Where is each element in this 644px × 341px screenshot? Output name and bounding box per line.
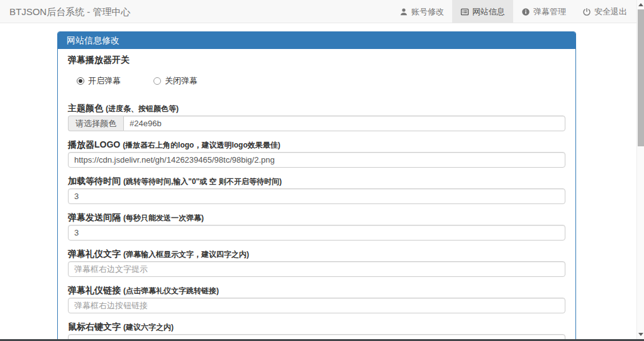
field-label: 播放器LOGO (播放器右上角的logo，建议透明logo效果最佳) <box>68 139 565 150</box>
field-theme-color: 主题颜色 (进度条、按钮颜色等)请选择颜色 <box>68 103 565 131</box>
nav-item-账号修改[interactable]: 账号修改 <box>391 0 452 23</box>
field-player-logo: 播放器LOGO (播放器右上角的logo，建议透明logo效果最佳) <box>68 139 565 168</box>
color-input-group: 请选择颜色 <box>68 116 565 131</box>
field-label: 弹幕发送间隔 (每秒只能发送一次弹幕) <box>68 212 565 223</box>
vertical-scrollbar[interactable] <box>636 0 644 339</box>
radio-unchecked-icon[interactable] <box>153 77 161 85</box>
nav-item-label: 网站信息 <box>472 6 505 18</box>
info-icon <box>521 8 530 16</box>
danmaku-send-interval-input[interactable] <box>68 225 565 241</box>
radio-option-label: 开启弹幕 <box>88 75 121 87</box>
field-label: 加载等待时间 (跳转等待时间,输入"0"或 空 则不开启等待时间) <box>68 176 565 187</box>
field-hint: (弹幕输入框显示文字，建议四字之内) <box>123 250 249 259</box>
color-picker-addon: 请选择颜色 <box>68 116 123 131</box>
panel-title: 网站信息修改 <box>58 32 575 49</box>
site-info-form: 弹幕播放器开关开启弹幕关闭弹幕主题颜色 (进度条、按钮颜色等)请选择颜色播放器L… <box>58 49 575 341</box>
nav-item-安全退出[interactable]: 安全退出 <box>574 0 635 23</box>
radio-group: 开启弹幕关闭弹幕 <box>68 67 565 95</box>
field-label-text: 主题颜色 <box>68 103 103 113</box>
field-hint: (点击弹幕礼仪文字跳转链接) <box>123 286 219 295</box>
site-info-panel: 网站信息修改 弹幕播放器开关开启弹幕关闭弹幕主题颜色 (进度条、按钮颜色等)请选… <box>57 31 576 341</box>
field-label-text: 播放器LOGO <box>68 139 120 149</box>
field-label-text: 弹幕礼仪文字 <box>68 249 121 259</box>
navbar-brand[interactable]: BTJSON后台系统 - 管理中心 <box>0 0 131 23</box>
field-load-wait-time: 加载等待时间 (跳转等待时间,输入"0"或 空 则不开启等待时间) <box>68 176 565 204</box>
navbar-menu: 账号修改网站信息弹幕管理安全退出 <box>391 0 635 23</box>
field-label: 弹幕播放器开关 <box>68 55 565 65</box>
field-danmaku-send-interval: 弹幕发送间隔 (每秒只能发送一次弹幕) <box>68 212 565 241</box>
field-label-text: 弹幕礼仪链接 <box>68 285 121 295</box>
nav-item-弹幕管理[interactable]: 弹幕管理 <box>513 0 574 23</box>
scrollbar-up-arrow-icon[interactable] <box>638 3 643 6</box>
player-logo-input[interactable] <box>68 152 565 168</box>
scrollbar-thumb[interactable] <box>638 9 644 146</box>
scrollbar-down-arrow-icon[interactable] <box>638 333 643 336</box>
danmaku-etiquette-link-input[interactable] <box>68 298 565 313</box>
nav-item-网站信息[interactable]: 网站信息 <box>452 0 513 23</box>
field-danmaku-etiquette-link: 弹幕礼仪链接 (点击弹幕礼仪文字跳转链接) <box>68 285 565 313</box>
nav-item-label: 安全退出 <box>594 6 627 18</box>
field-label: 弹幕礼仪链接 (点击弹幕礼仪文字跳转链接) <box>68 285 565 296</box>
field-label-text: 弹幕播放器开关 <box>68 55 130 65</box>
field-label-text: 弹幕发送间隔 <box>68 212 121 222</box>
field-hint: (播放器右上角的logo，建议透明logo效果最佳) <box>123 141 280 149</box>
list-alt-icon <box>460 8 469 16</box>
field-danmaku-etiquette-text: 弹幕礼仪文字 (弹幕输入框显示文字，建议四字之内) <box>68 249 565 277</box>
danmaku-etiquette-text-input[interactable] <box>68 261 565 277</box>
nav-item-label: 账号修改 <box>411 6 444 18</box>
navbar: BTJSON后台系统 - 管理中心 账号修改网站信息弹幕管理安全退出 <box>0 0 644 23</box>
field-hint: (建议六字之内) <box>123 323 174 332</box>
field-label: 主题颜色 (进度条、按钮颜色等) <box>68 103 565 114</box>
field-label-text: 鼠标右键文字 <box>68 322 121 332</box>
radio-option-关闭弹幕[interactable]: 关闭弹幕 <box>153 75 197 87</box>
power-icon <box>582 8 591 16</box>
field-hint: (进度条、按钮颜色等) <box>106 104 179 113</box>
field-hint: (每秒只能发送一次弹幕) <box>123 214 204 222</box>
field-label: 鼠标右键文字 (建议六字之内) <box>68 322 565 332</box>
user-icon <box>399 8 408 16</box>
radio-checked-icon[interactable] <box>77 77 84 85</box>
field-right-click-text: 鼠标右键文字 (建议六字之内) <box>68 322 565 341</box>
theme-color-input[interactable] <box>123 116 565 131</box>
field-hint: (跳转等待时间,输入"0"或 空 则不开启等待时间) <box>123 177 282 186</box>
load-wait-time-input[interactable] <box>68 188 565 204</box>
field-label: 弹幕礼仪文字 (弹幕输入框显示文字，建议四字之内) <box>68 249 565 259</box>
nav-item-label: 弹幕管理 <box>533 6 566 18</box>
field-label-text: 加载等待时间 <box>68 176 121 186</box>
radio-option-label: 关闭弹幕 <box>165 75 197 87</box>
field-danmaku-player-switch: 弹幕播放器开关开启弹幕关闭弹幕 <box>68 55 565 95</box>
radio-option-开启弹幕[interactable]: 开启弹幕 <box>77 75 121 87</box>
